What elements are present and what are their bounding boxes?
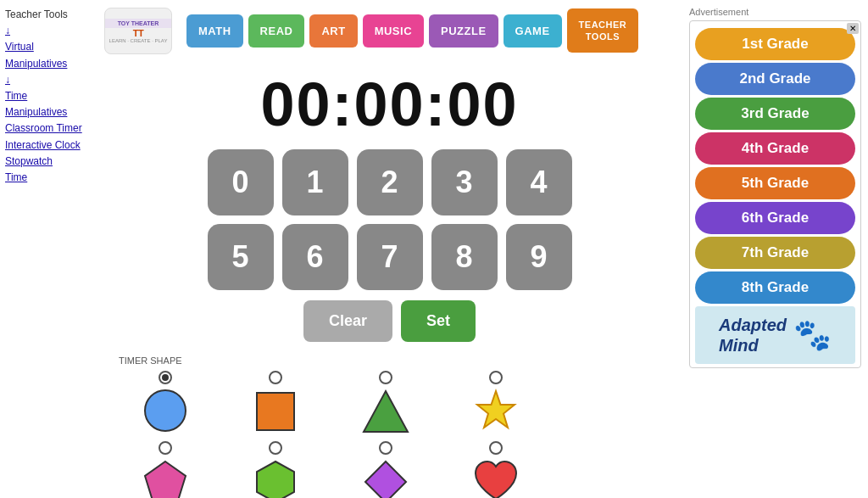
svg-marker-5 — [257, 462, 294, 498]
numpad-6[interactable]: 6 — [282, 224, 348, 290]
nav-puzzle-button[interactable]: PUZZLE — [429, 14, 498, 48]
shape-circle-svg — [136, 388, 195, 434]
nav-game-button[interactable]: GAME — [504, 14, 562, 48]
shape-triangle-item[interactable] — [339, 371, 432, 434]
top-navigation: TOY THEATER TT LEARN · CREATE · PLAY MAT… — [93, 0, 686, 61]
grade-6-button[interactable]: 6th Grade — [695, 202, 855, 234]
shape-section-label: TIMER SHAPE — [119, 355, 669, 366]
numpad-9[interactable]: 9 — [506, 224, 572, 290]
nav-read-button[interactable]: READ — [248, 14, 305, 48]
sidebar: Teacher Tools ↓ Virtual Manipulatives ↓ … — [0, 0, 93, 498]
set-button[interactable]: Set — [401, 300, 476, 342]
shape-heart-item[interactable] — [449, 441, 542, 498]
ad-column: Advertisement ✕ 1st Grade 2nd Grade 3rd … — [686, 0, 868, 498]
sidebar-item-virtual-manipulatives[interactable]: Virtual Manipulatives — [5, 39, 88, 71]
shape-square-svg — [246, 388, 305, 434]
shapes-grid — [110, 371, 669, 498]
timer-display: 00:00:00 — [260, 70, 518, 139]
sidebar-title: Teacher Tools — [5, 7, 88, 23]
timer-area: 00:00:00 0 1 2 3 4 5 6 7 8 9 Clear Set T… — [93, 61, 686, 498]
grade-5-button[interactable]: 5th Grade — [695, 167, 855, 199]
nav-art-button[interactable]: ART — [309, 14, 357, 48]
grade-8-button[interactable]: 8th Grade — [695, 271, 855, 304]
sidebar-arrow1: ↓ — [5, 23, 88, 39]
shape-diamond-radio[interactable] — [379, 441, 392, 455]
shape-star-item[interactable] — [449, 371, 542, 434]
adapted-mind-ad[interactable]: Adapted Mind 🐾 — [695, 306, 855, 364]
numpad-3[interactable]: 3 — [431, 149, 498, 215]
ad-box: ✕ 1st Grade 2nd Grade 3rd Grade 4th Grad… — [689, 20, 861, 368]
shape-hexagon-radio[interactable] — [269, 441, 282, 455]
sidebar-arrow2: ↓ — [5, 72, 88, 88]
svg-marker-6 — [365, 462, 406, 498]
shape-diamond-svg — [356, 458, 415, 498]
sidebar-item-interactive-clock[interactable]: Interactive Clock — [5, 137, 88, 154]
numpad-7[interactable]: 7 — [357, 224, 423, 290]
shape-triangle-radio[interactable] — [379, 371, 392, 384]
numpad-1[interactable]: 1 — [282, 149, 348, 215]
grade-7-button[interactable]: 7th Grade — [695, 237, 855, 269]
ad-label: Advertisement — [689, 7, 861, 17]
numpad-0[interactable]: 0 — [208, 149, 274, 215]
numpad-2[interactable]: 2 — [357, 149, 423, 215]
shape-circle-item[interactable] — [119, 371, 212, 434]
grade-1-button[interactable]: 1st Grade — [695, 28, 855, 60]
svg-point-0 — [145, 390, 186, 431]
nav-teacher-tools-button[interactable]: TEACHERTOOLS — [567, 8, 639, 53]
main-content: TOY THEATER TT LEARN · CREATE · PLAY MAT… — [93, 0, 686, 498]
shape-square-item[interactable] — [229, 371, 322, 434]
shape-star-svg — [466, 388, 526, 434]
grade-2-button[interactable]: 2nd Grade — [695, 63, 855, 95]
sidebar-item-stopwatch[interactable]: Stopwatch — [5, 154, 88, 170]
shape-heart-radio[interactable] — [489, 441, 503, 455]
numpad-4[interactable]: 4 — [506, 149, 572, 215]
svg-rect-1 — [257, 393, 294, 430]
shape-pentagon-svg — [136, 458, 195, 498]
shape-circle-radio[interactable] — [159, 371, 172, 384]
sidebar-item-time[interactable]: Time — [5, 170, 88, 186]
shape-diamond-item[interactable] — [339, 441, 432, 498]
shape-pentagon-item[interactable] — [119, 441, 212, 498]
adapted-mind-monster-icon: 🐾 — [793, 317, 832, 353]
numpad: 0 1 2 3 4 5 6 7 8 9 — [208, 149, 572, 290]
svg-marker-3 — [477, 391, 515, 428]
numpad-5[interactable]: 5 — [208, 224, 274, 290]
clear-button[interactable]: Clear — [303, 300, 392, 342]
grade-4-button[interactable]: 4th Grade — [695, 132, 855, 165]
svg-marker-2 — [364, 391, 408, 432]
sidebar-item-time-manipulatives[interactable]: Time Manipulatives — [5, 88, 88, 120]
grade-3-button[interactable]: 3rd Grade — [695, 98, 855, 130]
shape-pentagon-radio[interactable] — [159, 441, 172, 455]
shape-hexagon-item[interactable] — [229, 441, 322, 498]
svg-marker-4 — [145, 462, 186, 498]
sidebar-item-classroom-timer[interactable]: Classroom Timer — [5, 120, 88, 137]
shape-star-radio[interactable] — [489, 371, 503, 384]
logo: TOY THEATER TT LEARN · CREATE · PLAY — [104, 8, 172, 54]
shape-section: TIMER SHAPE — [93, 355, 686, 498]
nav-music-button[interactable]: MUSIC — [363, 14, 424, 48]
nav-math-button[interactable]: MATH — [186, 14, 243, 48]
shape-heart-svg — [466, 458, 526, 498]
ad-close-button[interactable]: ✕ — [847, 23, 859, 34]
shape-hexagon-svg — [246, 458, 305, 498]
numpad-8[interactable]: 8 — [431, 224, 498, 290]
adapted-mind-text: Adapted Mind — [719, 315, 787, 355]
logo-area: TOY THEATER TT LEARN · CREATE · PLAY — [100, 5, 176, 56]
action-buttons: Clear Set — [303, 300, 476, 342]
shape-square-radio[interactable] — [269, 371, 282, 384]
shape-triangle-svg — [356, 388, 415, 434]
